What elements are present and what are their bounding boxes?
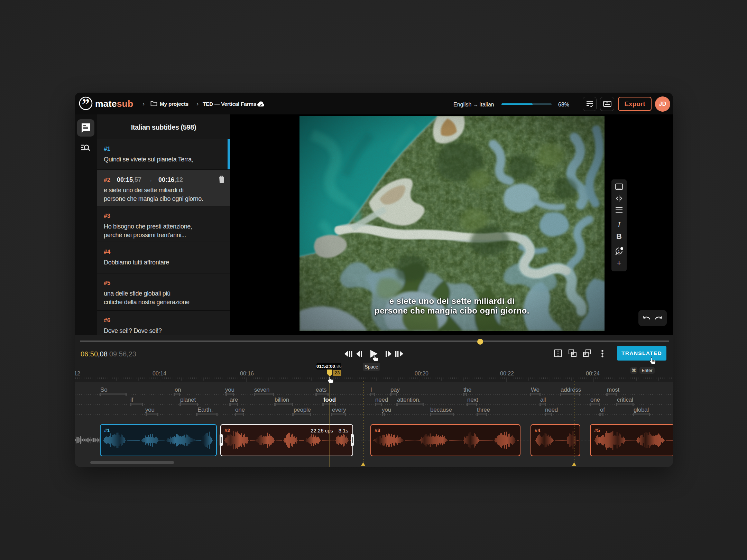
svg-text:”: ” (82, 96, 90, 110)
svg-text:1: 1 (618, 250, 620, 253)
